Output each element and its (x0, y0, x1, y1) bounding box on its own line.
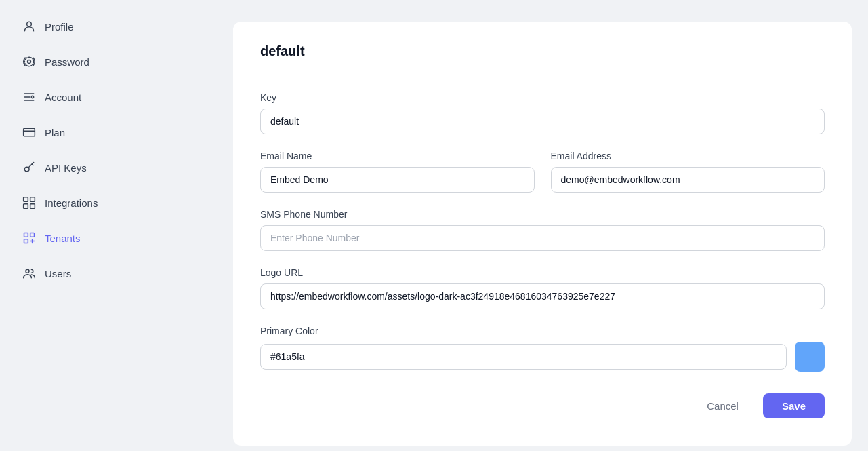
sms-input[interactable] (260, 225, 825, 251)
sidebar-item-integrations[interactable]: Integrations (5, 186, 211, 220)
password-icon (22, 54, 37, 69)
main-content: default Key Email Name Email Address SMS… (217, 0, 868, 451)
svg-point-1 (28, 60, 31, 64)
email-address-input[interactable] (551, 167, 825, 193)
sidebar: Profile Password Account Plan (0, 0, 217, 451)
api-keys-icon (22, 160, 37, 175)
card-title: default (260, 43, 825, 73)
sidebar-item-api-keys[interactable]: API Keys (5, 151, 211, 184)
logo-label: Logo URL (260, 267, 825, 278)
email-name-label: Email Name (260, 151, 535, 161)
svg-rect-7 (24, 128, 35, 136)
sidebar-item-label: Password (45, 56, 89, 68)
primary-color-label: Primary Color (260, 326, 825, 336)
sidebar-item-label: Integrations (45, 197, 98, 209)
plan-icon (22, 125, 37, 140)
svg-rect-13 (30, 197, 35, 202)
account-icon (22, 90, 37, 104)
tenants-icon (22, 231, 37, 246)
sidebar-item-label: Account (45, 92, 81, 103)
sidebar-item-label: Users (45, 268, 71, 279)
integrations-icon (22, 195, 37, 210)
email-name-section: Email Name (260, 151, 535, 193)
logo-input[interactable] (260, 283, 825, 309)
sms-label: SMS Phone Number (260, 209, 825, 220)
sidebar-item-account[interactable]: Account (5, 80, 211, 114)
sidebar-item-tenants[interactable]: Tenants (5, 221, 211, 255)
tenant-card: default Key Email Name Email Address SMS… (233, 22, 852, 446)
svg-rect-12 (24, 197, 28, 202)
sidebar-item-label: Profile (45, 21, 74, 33)
svg-rect-18 (24, 239, 28, 243)
profile-icon (22, 19, 37, 34)
primary-color-input[interactable] (260, 344, 787, 370)
cancel-button[interactable]: Cancel (690, 393, 755, 418)
email-address-label: Email Address (551, 151, 825, 161)
users-icon (22, 266, 37, 281)
svg-rect-14 (24, 204, 28, 209)
key-input[interactable] (260, 109, 825, 134)
svg-rect-17 (30, 233, 35, 237)
sidebar-item-label: Tenants (45, 233, 81, 244)
svg-point-21 (26, 269, 29, 273)
logo-section: Logo URL (260, 267, 825, 309)
email-name-input[interactable] (260, 167, 535, 193)
key-section: Key (260, 92, 825, 134)
form-actions: Cancel Save (260, 393, 825, 418)
email-address-section: Email Address (551, 151, 825, 193)
sms-section: SMS Phone Number (260, 209, 825, 251)
sidebar-item-plan[interactable]: Plan (5, 115, 211, 149)
sidebar-item-users[interactable]: Users (5, 256, 211, 290)
svg-point-0 (27, 22, 32, 26)
primary-color-row (260, 342, 825, 372)
sidebar-item-password[interactable]: Password (5, 45, 211, 79)
sidebar-item-label: API Keys (45, 162, 87, 174)
key-label: Key (260, 92, 825, 103)
sidebar-item-label: Plan (45, 127, 65, 138)
email-row: Email Name Email Address (260, 151, 825, 209)
svg-line-11 (32, 164, 33, 165)
primary-color-section: Primary Color (260, 326, 825, 372)
svg-point-2 (24, 57, 33, 66)
sidebar-item-profile[interactable]: Profile (5, 9, 211, 43)
save-button[interactable]: Save (763, 393, 825, 418)
svg-point-9 (24, 167, 29, 172)
color-swatch[interactable] (795, 342, 825, 372)
svg-rect-15 (30, 204, 35, 209)
svg-point-6 (31, 96, 33, 98)
svg-rect-16 (24, 233, 28, 237)
